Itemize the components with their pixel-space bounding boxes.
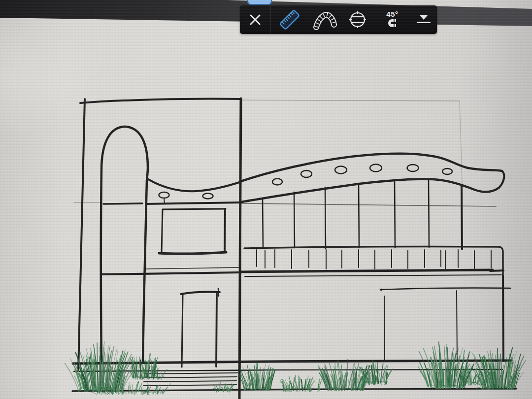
canopy (148, 154, 504, 203)
grass (65, 342, 526, 395)
ellipse-guide-tool-button[interactable] (340, 5, 375, 34)
snap-angle-button[interactable]: 45° (375, 5, 410, 34)
balcony-railing (241, 247, 503, 276)
collapse-chevron-icon (415, 14, 432, 25)
magnet-icon (386, 18, 398, 29)
french-curve-tool-button[interactable] (308, 5, 340, 34)
screen-photo: 45° (0, 0, 532, 399)
door (181, 289, 220, 367)
partially-visible-button[interactable] (247, 0, 272, 5)
tower (101, 127, 148, 361)
storefront (380, 276, 510, 361)
close-button[interactable] (240, 5, 271, 34)
french-curve-icon (311, 8, 337, 32)
collapse-toolbar-button[interactable] (410, 5, 437, 34)
ruler-icon (278, 8, 301, 32)
ruler-tool-button[interactable] (271, 5, 308, 34)
window (159, 209, 226, 254)
drawing-guides-toolbar: 45° (240, 5, 437, 34)
angle-value-label: 45° (386, 11, 398, 18)
close-icon (244, 9, 266, 31)
ellipse-guide-icon (347, 9, 368, 31)
glazing-mullions (263, 179, 462, 249)
drawing-canvas[interactable] (0, 0, 532, 399)
building-sketch (72, 99, 516, 399)
guide-lines (74, 100, 496, 206)
